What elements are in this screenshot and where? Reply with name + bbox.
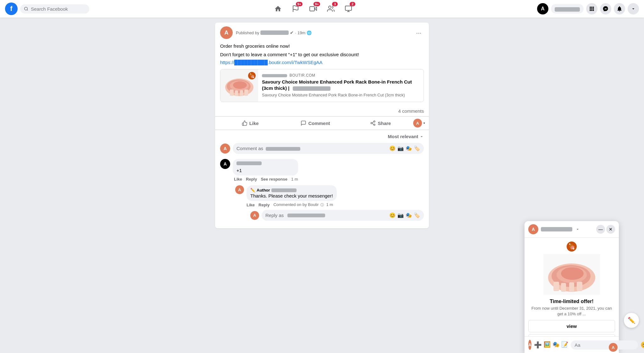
post-time-value: 19m [297, 30, 305, 35]
reply-time: 1 m [326, 202, 333, 207]
comment-input-avatar: A [220, 144, 230, 154]
comment-input-icons: 😊 📷 🎭 🏷️ [389, 145, 420, 151]
post-actions: Like Comment Share A [215, 117, 429, 130]
comment-button[interactable]: Comment [283, 118, 348, 128]
svg-rect-16 [591, 10, 592, 11]
messenger-icon [602, 6, 609, 12]
comment-placeholder-text: Comment as [236, 146, 263, 151]
comment-input-box[interactable]: Comment as 😊 📷 🎭 🏷️ [233, 143, 424, 154]
messenger-minimize-button[interactable]: — [596, 225, 605, 234]
reply-gif-icon[interactable]: 🎭 [406, 212, 412, 218]
dropdown-icon[interactable] [422, 121, 426, 125]
pencil-icon: ✏️ [250, 188, 255, 193]
svg-line-1 [27, 10, 28, 11]
post-author-avatar[interactable]: A [220, 26, 233, 39]
messenger-icon-button[interactable] [600, 3, 611, 14]
like-icon [242, 120, 247, 126]
svg-rect-12 [590, 8, 591, 9]
link-domain: BOUTIR.COM [262, 73, 420, 78]
svg-line-30 [372, 122, 374, 123]
search-input[interactable] [31, 6, 86, 12]
link-description: Savoury Choice Moisture Enhanced Pork Ra… [262, 92, 420, 98]
messenger-gif-icon[interactable]: 🎭 [552, 341, 559, 349]
svg-rect-15 [590, 10, 591, 11]
sort-bar: Most relevant [220, 134, 424, 139]
username-pill[interactable] [551, 4, 584, 13]
like-button[interactable]: Like [218, 118, 283, 128]
emoji-icon[interactable]: 😊 [389, 145, 396, 151]
author-name-blur [260, 30, 289, 35]
offer-description: From now until December 31, 2021, you ca… [528, 306, 615, 317]
svg-point-35 [561, 267, 584, 280]
boutir-info-icon: ⓘ [320, 203, 324, 207]
messenger-panel: A — ✕ 🍖 Time-limited offer! [525, 221, 619, 353]
post-link[interactable]: https://██████████.boutir.com/i/TwkWSEgA… [220, 60, 323, 65]
reply-content: ✏️ Author Thanks. Please check your mess… [247, 185, 337, 207]
svg-rect-14 [593, 8, 594, 9]
reply-bubble: ✏️ Author Thanks. Please check your mess… [247, 185, 337, 201]
buy-now-button[interactable]: Buy Now [528, 334, 615, 336]
comment-item: A +1 Like Reply See response 1 m [220, 159, 424, 182]
post-action-avatar[interactable]: A [413, 119, 422, 128]
home-nav-button[interactable] [270, 1, 286, 16]
view-button[interactable]: view [528, 320, 615, 332]
comment-author-blur [266, 147, 300, 151]
svg-point-26 [374, 121, 375, 122]
post-more-button[interactable]: ··· [414, 28, 424, 38]
search-icon [24, 6, 28, 11]
comment-like-link[interactable]: Like [234, 177, 242, 182]
messenger-header: A — ✕ [525, 221, 619, 238]
svg-rect-36 [553, 282, 559, 291]
grid-icon-button[interactable] [586, 3, 597, 14]
comment-see-response-link[interactable]: See response [261, 177, 287, 182]
reply-sticker-icon[interactable]: 🏷️ [414, 212, 420, 218]
bell-icon-button[interactable] [614, 3, 625, 14]
chevron-down-icon-button[interactable] [628, 3, 639, 14]
messenger-close-button[interactable]: ✕ [606, 225, 615, 234]
messenger-footer-icons: ➕ 🖼️ 🎭 📝 [534, 341, 568, 349]
svg-rect-22 [230, 90, 234, 96]
comment-reply-link[interactable]: Reply [246, 177, 257, 182]
post-header-left: A Published by ✔ · 19m 🌐 [220, 26, 312, 39]
svg-line-29 [372, 123, 374, 124]
reply-emoji-icon[interactable]: 😊 [389, 212, 396, 218]
flags-nav-button[interactable]: 9+ [288, 1, 303, 16]
video-nav-button[interactable]: 9+ [306, 1, 321, 16]
published-by-label: Published by [236, 30, 259, 35]
reply-reply-link[interactable]: Reply [258, 203, 269, 207]
link-preview[interactable]: 🍖 BOUTIR.COM Savoury Choice Moisture Enh… [220, 69, 424, 102]
camera-icon[interactable]: 📷 [397, 145, 404, 151]
sort-button[interactable]: Most relevant [388, 134, 424, 139]
pages-nav-button[interactable]: 2 [341, 1, 356, 16]
messenger-input[interactable] [571, 340, 638, 350]
sticker-icon[interactable]: 🏷️ [414, 145, 420, 151]
commenter-avatar: A [220, 159, 230, 169]
messenger-gif2-icon[interactable]: 📝 [561, 341, 568, 349]
reply-text: Thanks. Please check your messenger! [250, 193, 333, 198]
people-nav-button[interactable]: 3 [323, 1, 338, 16]
share-label: Share [378, 121, 391, 126]
share-button[interactable]: Share [348, 118, 413, 128]
post-meta: Published by ✔ · 19m 🌐 [236, 30, 312, 35]
messenger-image-icon[interactable]: 🖼️ [544, 341, 551, 349]
messenger-footer-right: 😊 👍 [641, 341, 644, 349]
messenger-avatar: A [528, 224, 538, 234]
facebook-logo[interactable]: f [5, 3, 18, 15]
reply-camera-icon[interactable]: 📷 [397, 212, 404, 218]
messenger-emoji-icon[interactable]: 😊 [641, 341, 644, 349]
messenger-add-icon[interactable]: ➕ [534, 341, 542, 349]
post-published-by: Published by ✔ · 19m 🌐 [236, 30, 312, 35]
comment-label: Comment [308, 121, 330, 126]
svg-point-27 [371, 122, 373, 124]
link-title-blur [293, 86, 330, 91]
compose-button[interactable]: ✏️ [624, 313, 639, 328]
user-avatar-nav[interactable]: A [537, 3, 548, 14]
comments-section: Most relevant A Comment as [215, 130, 429, 228]
reply-input-box[interactable]: Reply as 😊 📷 🎭 🏷️ [262, 210, 424, 221]
messenger-status-avatar: A [609, 343, 618, 352]
messenger-chevron-icon[interactable] [575, 227, 580, 231]
svg-rect-23 [235, 90, 238, 96]
gif-icon[interactable]: 🎭 [406, 145, 412, 151]
reply-like-link[interactable]: Like [247, 203, 255, 207]
svg-rect-25 [244, 90, 248, 96]
